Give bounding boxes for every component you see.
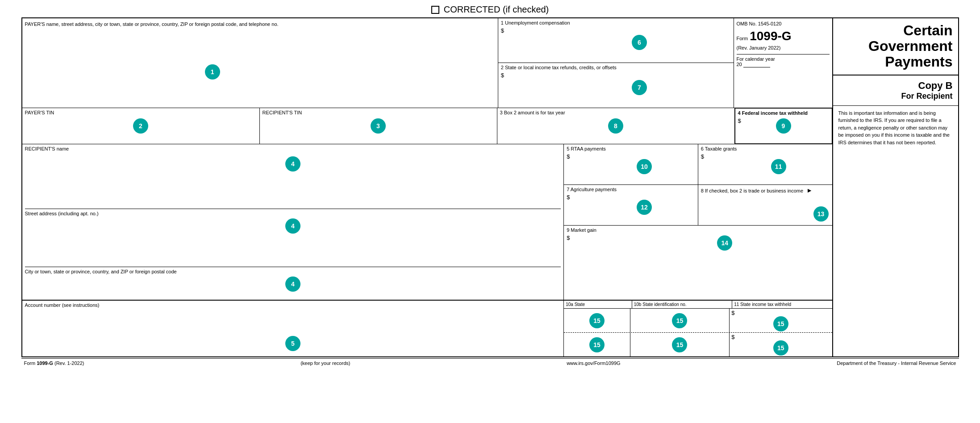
payer-tin: PAYER'S TIN 2 [22,108,260,144]
footer-form-text: Form 1099-G (Rev. 1-2022) [24,360,84,366]
for-recipient: For Recipient [838,92,953,101]
badge-4a: 4 [285,156,300,172]
recipient-tin-label: RECIPIENT'S TIN [263,110,302,115]
box8-arrow: ► [806,187,813,194]
badge-6: 6 [632,35,647,50]
payer-info-label: PAYER'S name, street address, city or to… [25,21,279,28]
form-footer: Form 1099-G (Rev. 1-2022) (keep for your… [21,358,959,368]
boxes-5-6: 5 RTAA payments $ 10 6 Taxable grants $ … [564,144,832,185]
city-block: City or town, state or province, country… [25,267,561,298]
box6: 6 Taxable grants $ 11 [698,144,832,184]
sidebar-title-block: Certain Government Payments [833,18,958,75]
footer-dept: Department of the Treasury - Internal Re… [837,360,956,366]
corrected-label: CORRECTED (if checked) [444,4,549,15]
state-data-row-2: 15 15 $ 15 [564,333,832,356]
badge-11: 11 [771,159,786,174]
badge-15a: 15 [589,313,605,328]
badge-12: 12 [637,200,652,215]
badge-15d: 15 [589,337,605,352]
state-cell-11-1: $ 15 [730,309,832,332]
badge-7: 7 [632,80,647,95]
state-data-row-1: 15 15 $ 15 [564,309,832,333]
recipient-left: RECIPIENT'S name 4 Street address (inclu… [22,144,564,300]
footer-records: (keep for your records) [300,360,350,366]
state-cell-10a-1: 15 [564,309,630,332]
box4-section: 4 Federal income tax withheld $ 9 [734,108,833,144]
form-rev: (Rev. January 2022) [737,45,830,50]
state-10b-header: 10b State identification no. [632,301,732,308]
boxes-7-8: 7 Agriculture payments $ 12 8 If checked… [564,185,832,226]
state-section: 10a State 10b State identification no. 1… [564,301,832,356]
boxes-col: 1 Unemployment compensation $ 6 2 State … [498,18,734,108]
sidebar-title: Certain Government Payments [838,23,953,70]
box9-label: 9 Market gain [567,227,596,233]
box6-label: 6 Taxable grants [701,146,737,151]
box3-label: 3 Box 2 amount is for tax year [500,110,565,115]
box2: 2 State or local income tax refunds, cre… [498,63,734,108]
recipient-section: RECIPIENT'S name 4 Street address (inclu… [22,144,832,300]
badge-15f: 15 [773,340,788,356]
badge-4c: 4 [285,276,300,292]
badge-5: 5 [285,336,300,351]
footer-form-left: Form 1099-G (Rev. 1-2022) [24,360,84,366]
badge-9: 9 [776,118,791,134]
sidebar-description: This is important tax information and is… [833,106,958,150]
account-label: Account number (see instructions) [25,302,100,308]
badge-1: 1 [205,64,220,80]
form-main: PAYER'S name, street address, city or to… [22,18,833,356]
recipient-name-label: RECIPIENT'S name [25,146,69,151]
box2-dollar: $ [501,72,731,79]
street-address-block: Street address (including apt. no.) 4 [25,209,561,240]
corrected-header: CORRECTED (if checked) [431,4,549,15]
omb-number: OMB No. 1545-0120 [737,21,830,26]
box8: 8 If checked, box 2 is trade or business… [698,185,832,225]
form-sidebar: Certain Government Payments Copy B For R… [833,18,958,356]
badge-15c: 15 [773,316,788,331]
calendar-year-value: 20 [737,62,742,67]
state-cell-11-2: $ 15 [730,333,832,356]
box1-dollar: $ [501,27,731,34]
badge-10: 10 [637,159,652,174]
badge-14: 14 [717,235,732,251]
badge-8: 8 [608,118,623,134]
box7: 7 Agriculture payments $ 12 [564,185,698,225]
footer-irs: www.irs.gov/Form1099G [567,360,620,366]
omb-col: OMB No. 1545-0120 Form 1099-G (Rev. Janu… [734,18,832,108]
box8-label: 8 If checked, box 2 is trade or business… [701,188,803,193]
box4-label: 4 Federal income tax withheld [738,110,808,116]
calendar-label: For calendar year [737,56,775,62]
box1: 1 Unemployment compensation $ 6 [498,18,734,63]
recipient-boxes-col: 5 RTAA payments $ 10 6 Taxable grants $ … [564,144,832,300]
form-number: 1099-G [750,29,791,43]
city-label: City or town, state or province, country… [25,269,177,274]
account-left: Account number (see instructions) 5 [22,301,564,356]
badge-3: 3 [371,118,386,134]
state-11-header: 11 State income tax withheld [732,301,832,308]
box5: 5 RTAA payments $ 10 [564,144,698,184]
box1-label: 1 Unemployment compensation [501,20,570,25]
page-wrapper: PAYER'S name, street address, city or to… [21,17,959,368]
box5-label: 5 RTAA payments [567,146,606,151]
corrected-checkbox[interactable] [431,6,439,14]
badge-2: 2 [133,118,148,134]
calendar-year: For calendar year 20 [737,54,830,67]
state-cell-10b-1: 15 [630,309,730,332]
badge-15e: 15 [672,337,687,352]
recipient-name-block: RECIPIENT'S name 4 [25,146,561,182]
badge-13: 13 [813,206,829,222]
tin-row: PAYER'S TIN 2 RECIPIENT'S TIN 3 3 Box 2 … [22,108,832,144]
payer-tin-label: PAYER'S TIN [25,110,54,115]
payer-info: PAYER'S name, street address, city or to… [22,18,498,108]
box2-label: 2 State or local income tax refunds, cre… [501,65,617,70]
state-header-row: 10a State 10b State identification no. 1… [564,301,832,309]
form-label: Form [737,36,748,41]
street-address-label: Street address (including apt. no.) [25,211,99,216]
box3-section: 3 Box 2 amount is for tax year 8 [497,108,735,144]
badge-15b: 15 [672,313,687,328]
badge-4b: 4 [285,218,300,234]
copy-b-title: Copy B [838,80,953,92]
box7-label: 7 Agriculture payments [567,187,617,192]
state-cell-10a-2: 15 [564,333,630,356]
state-cell-10b-2: 15 [630,333,730,356]
account-section: Account number (see instructions) 5 10a … [22,300,832,356]
